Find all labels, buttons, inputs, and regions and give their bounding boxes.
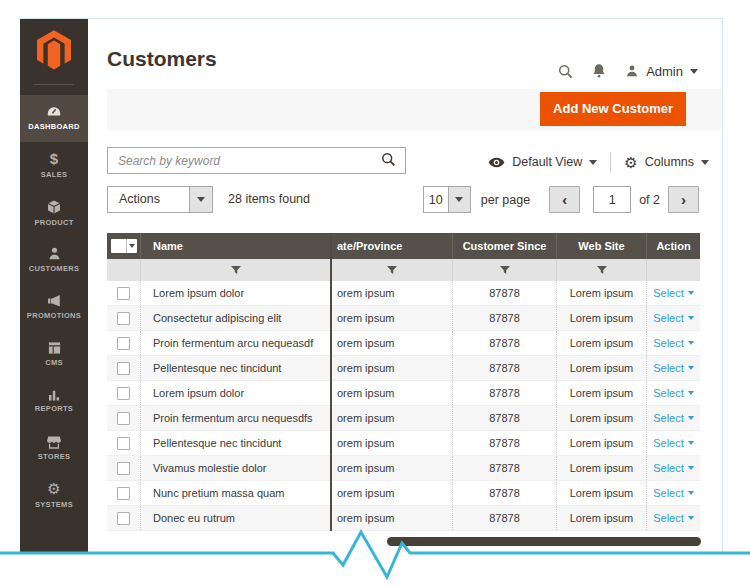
cell-action: Select bbox=[646, 281, 700, 305]
row-checkbox-cell bbox=[107, 456, 140, 480]
cell-state-province: orem ipsum bbox=[331, 506, 452, 530]
select-action-link[interactable]: Select bbox=[653, 412, 694, 424]
default-view-dropdown[interactable]: Default View bbox=[512, 155, 582, 169]
current-page-input[interactable] bbox=[593, 186, 631, 213]
customer-row: Vivamus molestie dolor orem ipsum 87878 … bbox=[107, 456, 700, 481]
select-action-link[interactable]: Select bbox=[653, 437, 694, 449]
sidebar-item-reports[interactable]: REPORTS bbox=[20, 377, 88, 424]
pagination: 10 per page ‹ of 2 › bbox=[423, 186, 699, 213]
cell-web-site: Lorem ipsum bbox=[556, 381, 646, 405]
horizontal-scrollbar[interactable] bbox=[387, 537, 701, 546]
column-header-name[interactable]: Name bbox=[140, 233, 331, 259]
row-checkbox[interactable] bbox=[117, 387, 130, 400]
admin-menu[interactable]: Admin bbox=[625, 64, 698, 79]
select-action-link[interactable]: Select bbox=[653, 362, 694, 374]
sidebar-item-product[interactable]: PRODUCT bbox=[20, 189, 88, 236]
select-label: Select bbox=[653, 387, 684, 399]
actions-dropdown[interactable]: Actions bbox=[107, 186, 213, 213]
sidebar-item-systems[interactable]: ⚙ SYSTEMS bbox=[20, 471, 88, 518]
notifications-bell-icon[interactable] bbox=[592, 63, 606, 79]
column-header-action[interactable]: Action bbox=[646, 233, 700, 259]
sidebar-item-label: PRODUCT bbox=[34, 218, 73, 227]
columns-dropdown[interactable]: Columns bbox=[645, 155, 694, 169]
sidebar-item-cms[interactable]: CMS bbox=[20, 330, 88, 377]
select-action-link[interactable]: Select bbox=[653, 462, 694, 474]
select-all-checkbox[interactable] bbox=[111, 239, 137, 253]
select-label: Select bbox=[653, 462, 684, 474]
row-checkbox[interactable] bbox=[117, 337, 130, 350]
select-label: Select bbox=[653, 437, 684, 449]
customers-grid: Name ate/Province Customer Since Web Sit… bbox=[107, 233, 700, 531]
chevron-down-icon bbox=[688, 416, 694, 420]
select-action-link[interactable]: Select bbox=[653, 287, 694, 299]
customers-icon bbox=[47, 246, 62, 261]
customer-row: Pellentesque nec tincidunt orem ipsum 87… bbox=[107, 356, 700, 381]
previous-page-button[interactable]: ‹ bbox=[549, 186, 580, 213]
dropdown-arrow-button[interactable] bbox=[189, 187, 212, 212]
row-checkbox[interactable] bbox=[117, 412, 130, 425]
magento-logo[interactable] bbox=[20, 19, 88, 74]
row-checkbox[interactable] bbox=[117, 312, 130, 325]
filter-action bbox=[646, 259, 700, 281]
add-new-customer-button[interactable]: Add New Customer bbox=[540, 92, 686, 126]
chevron-down-icon bbox=[688, 516, 694, 520]
chevron-down-icon[interactable] bbox=[701, 160, 709, 165]
chevron-down-icon[interactable] bbox=[589, 160, 597, 165]
keyword-search-input[interactable] bbox=[107, 147, 406, 174]
row-checkbox[interactable] bbox=[117, 287, 130, 300]
row-checkbox[interactable] bbox=[117, 512, 130, 525]
cell-customer-since: 87878 bbox=[452, 506, 556, 530]
cell-name: Vivamus molestie dolor bbox=[140, 456, 331, 480]
sidebar-item-label: SYSTEMS bbox=[35, 500, 73, 509]
row-checkbox-cell bbox=[107, 481, 140, 505]
row-checkbox[interactable] bbox=[117, 437, 130, 450]
column-header-web-site[interactable]: Web Site bbox=[556, 233, 646, 259]
select-label: Select bbox=[653, 312, 684, 324]
dropdown-arrow-button[interactable] bbox=[448, 187, 470, 212]
row-checkbox[interactable] bbox=[117, 462, 130, 475]
cell-name: Proin fermentum arcu nequeasdf bbox=[140, 331, 331, 355]
cell-name: Pellentesque nec tincidunt bbox=[140, 356, 331, 380]
cell-web-site: Lorem ipsum bbox=[556, 456, 646, 480]
cell-web-site: Lorem ipsum bbox=[556, 431, 646, 455]
column-header-customer-since[interactable]: Customer Since bbox=[452, 233, 556, 259]
row-checkbox-cell bbox=[107, 506, 140, 530]
filter-state-province[interactable] bbox=[331, 259, 452, 281]
next-page-button[interactable]: › bbox=[668, 186, 699, 213]
cell-state-province: orem ipsum bbox=[331, 406, 452, 430]
select-action-link[interactable]: Select bbox=[653, 512, 694, 524]
view-controls: Default View ⚙ Columns bbox=[488, 152, 709, 172]
cell-state-province: orem ipsum bbox=[331, 331, 452, 355]
sidebar-item-sales[interactable]: $ SALES bbox=[20, 142, 88, 189]
select-action-link[interactable]: Select bbox=[653, 337, 694, 349]
filter-customer-since[interactable] bbox=[452, 259, 556, 281]
select-action-link[interactable]: Select bbox=[653, 487, 694, 499]
row-checkbox-cell bbox=[107, 306, 140, 330]
cell-state-province: orem ipsum bbox=[331, 356, 452, 380]
sidebar-divider bbox=[34, 84, 74, 85]
column-header-state-province[interactable]: ate/Province bbox=[331, 233, 452, 259]
dashboard-icon bbox=[46, 106, 62, 119]
cell-web-site: Lorem ipsum bbox=[556, 481, 646, 505]
sidebar-item-promotions[interactable]: PROMOTIONS bbox=[20, 283, 88, 330]
filter-web-site[interactable] bbox=[556, 259, 646, 281]
chevron-down-icon[interactable] bbox=[126, 239, 137, 253]
search-submit-icon[interactable] bbox=[381, 152, 396, 167]
sidebar-item-customers[interactable]: CUSTOMERS bbox=[20, 236, 88, 283]
sidebar-item-label: CUSTOMERS bbox=[29, 264, 79, 273]
column-resize-divider[interactable] bbox=[330, 233, 332, 531]
sidebar-item-stores[interactable]: STORES bbox=[20, 424, 88, 471]
search-icon[interactable] bbox=[558, 64, 573, 79]
cell-action: Select bbox=[646, 331, 700, 355]
select-action-link[interactable]: Select bbox=[653, 312, 694, 324]
select-label: Select bbox=[653, 287, 684, 299]
per-page-label: per page bbox=[481, 193, 530, 207]
select-action-link[interactable]: Select bbox=[653, 387, 694, 399]
filter-name[interactable] bbox=[140, 259, 331, 281]
cell-name: Pellentesque nec tincidunt bbox=[140, 431, 331, 455]
sidebar-item-dashboard[interactable]: DASHBOARD bbox=[20, 95, 88, 142]
gear-icon: ⚙ bbox=[624, 155, 637, 170]
row-checkbox[interactable] bbox=[117, 487, 130, 500]
row-checkbox[interactable] bbox=[117, 362, 130, 375]
per-page-dropdown[interactable]: 10 bbox=[423, 186, 471, 213]
